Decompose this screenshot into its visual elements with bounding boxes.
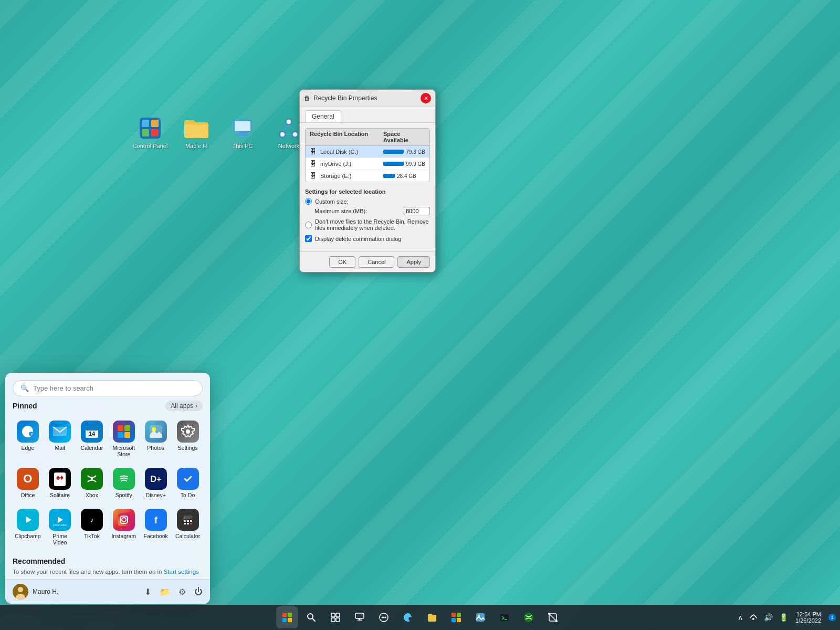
network-sys-icon[interactable] <box>747 611 760 625</box>
start-settings-link[interactable]: Start settings <box>164 569 199 575</box>
drive-c-icon: 🗄 <box>310 148 318 156</box>
maple-fl-label: Maple Fl <box>185 143 207 149</box>
app-item-disneyplus[interactable]: D+ Disney+ <box>141 464 171 502</box>
taskbar-right: ∧ 🔊 🔋 12:54 PM 1/26/2022 1 <box>736 611 840 625</box>
app-item-solitaire[interactable]: ♠♦ Solitaire <box>45 464 75 502</box>
start-button[interactable] <box>276 606 298 628</box>
svg-point-15 <box>287 120 291 124</box>
app-item-tiktok[interactable]: ♪ TikTok <box>77 505 107 550</box>
svg-rect-91 <box>500 614 509 621</box>
app-item-todo[interactable]: To Do <box>173 464 203 502</box>
no-move-radio[interactable] <box>305 222 312 228</box>
svg-rect-69 <box>288 613 292 617</box>
taskbar-clock[interactable]: 12:54 PM 1/26/2022 <box>792 611 824 624</box>
drive-row-e[interactable]: 🗄 Storage (E:) 28.4 GB <box>306 170 429 182</box>
dialog-cancel-button[interactable]: Cancel <box>359 256 394 268</box>
edge-icon <box>17 421 39 443</box>
svg-point-83 <box>383 617 385 618</box>
app-item-edge[interactable]: Edge <box>13 416 43 461</box>
svg-point-39 <box>91 478 93 480</box>
app-item-calendar[interactable]: 14 Calendar <box>77 416 107 461</box>
dialog-apply-button[interactable]: Apply <box>397 256 430 268</box>
taskbar-store-button[interactable] <box>445 606 467 628</box>
svg-line-95 <box>549 614 556 621</box>
svg-rect-6 <box>235 121 250 131</box>
svg-point-34 <box>186 429 190 434</box>
svg-text:♪: ♪ <box>90 516 93 524</box>
taskbar-explorer-button[interactable] <box>421 606 443 628</box>
dialog-tab-general[interactable]: General <box>305 110 341 122</box>
taskbar-photos-button[interactable] <box>469 606 491 628</box>
max-size-input[interactable] <box>404 207 430 215</box>
tiktok-icon: ♪ <box>81 509 103 531</box>
svg-rect-7 <box>238 132 247 134</box>
no-move-row: Don't move files to the Recycle Bin. Rem… <box>305 218 430 231</box>
user-info[interactable]: Mauro H. <box>13 584 58 600</box>
drive-row-j[interactable]: 🗄 myDrive (J:) 99.9 GB <box>306 158 429 170</box>
download-icon[interactable]: ⬇ <box>144 587 151 597</box>
svg-rect-4 <box>151 129 159 136</box>
drive-e-bar <box>383 174 395 178</box>
desktop: Control Panel Maple Fl This PC <box>0 0 840 630</box>
instagram-icon <box>113 509 135 531</box>
custom-size-radio[interactable] <box>305 198 312 205</box>
dialog-body: Recycle Bin Location Space Available 🗄 L… <box>300 123 435 251</box>
svg-line-13 <box>289 125 295 131</box>
start-menu: 🔍 Pinned All apps › Edge <box>5 373 210 604</box>
svg-point-97 <box>555 620 558 622</box>
app-item-primevideo[interactable]: prime video Prime Video <box>45 505 75 550</box>
dialog-tabs: General <box>300 107 435 123</box>
taskbar-xbox-button[interactable] <box>518 606 540 628</box>
app-item-office[interactable]: O Office <box>13 464 43 502</box>
svg-text:14: 14 <box>89 430 96 437</box>
app-item-clipchamp[interactable]: Clipchamp <box>13 505 43 550</box>
taskbar-snip-button[interactable] <box>542 606 564 628</box>
svg-rect-76 <box>331 618 335 622</box>
chevron-up-icon[interactable]: ∧ <box>736 611 745 624</box>
search-input[interactable] <box>33 384 195 392</box>
dialog-ok-button[interactable]: OK <box>329 256 355 268</box>
drive-table-header: Recycle Bin Location Space Available <box>306 129 429 146</box>
svg-text:prime video: prime video <box>53 523 67 527</box>
svg-rect-64 <box>190 523 192 524</box>
app-item-msstore[interactable]: Microsoft Store <box>109 416 139 461</box>
disneyplus-icon: D+ <box>145 468 167 490</box>
svg-rect-86 <box>457 613 461 617</box>
task-view-button[interactable] <box>324 606 346 628</box>
photos-icon <box>145 421 167 443</box>
taskbar-edge-button[interactable] <box>397 606 419 628</box>
drive-table: Recycle Bin Location Space Available 🗄 L… <box>305 128 430 182</box>
folder-icon[interactable]: 📁 <box>160 587 170 597</box>
dialog-close-button[interactable]: ✕ <box>421 93 431 103</box>
drive-row-c[interactable]: 🗄 Local Disk (C:) 79.3 GB <box>306 146 429 158</box>
notification-badge[interactable]: 1 <box>828 614 836 621</box>
widgets-button[interactable] <box>349 606 371 628</box>
svg-rect-30 <box>118 432 123 438</box>
user-name: Mauro H. <box>33 588 58 595</box>
battery-icon[interactable]: 🔋 <box>777 611 790 624</box>
app-item-facebook[interactable]: f Facebook <box>141 505 171 550</box>
facebook-icon: f <box>145 509 167 531</box>
app-item-calculator[interactable]: Calculator <box>173 505 203 550</box>
app-item-spotify[interactable]: Spotify <box>109 464 139 502</box>
app-item-mail[interactable]: Mail <box>45 416 75 461</box>
app-item-xbox[interactable]: Xbox <box>77 464 107 502</box>
app-item-settings[interactable]: Settings <box>173 416 203 461</box>
settings-footer-icon[interactable]: ⚙ <box>178 587 186 597</box>
power-icon[interactable]: ⏻ <box>194 587 203 597</box>
pinned-apps-grid: Edge Mail 14 Calendar <box>13 416 203 550</box>
max-size-row: Maximum size (MB): <box>314 207 430 215</box>
display-confirm-checkbox[interactable] <box>305 235 312 242</box>
desktop-icon-this-pc[interactable]: This PC <box>224 116 261 149</box>
chat-button[interactable] <box>373 606 395 628</box>
app-item-instagram[interactable]: Instagram <box>109 505 139 550</box>
start-search-bar[interactable]: 🔍 <box>13 380 203 396</box>
app-item-photos[interactable]: Photos <box>141 416 171 461</box>
all-apps-button[interactable]: All apps › <box>165 401 203 411</box>
taskbar-search-button[interactable] <box>300 606 322 628</box>
taskbar-terminal-button[interactable] <box>494 606 516 628</box>
desktop-icon-maple-fl[interactable]: Maple Fl <box>177 116 215 149</box>
start-menu-footer: Mauro H. ⬇ 📁 ⚙ ⏻ <box>5 579 210 604</box>
sound-icon[interactable]: 🔊 <box>762 611 775 624</box>
desktop-icon-control-panel[interactable]: Control Panel <box>131 116 169 149</box>
